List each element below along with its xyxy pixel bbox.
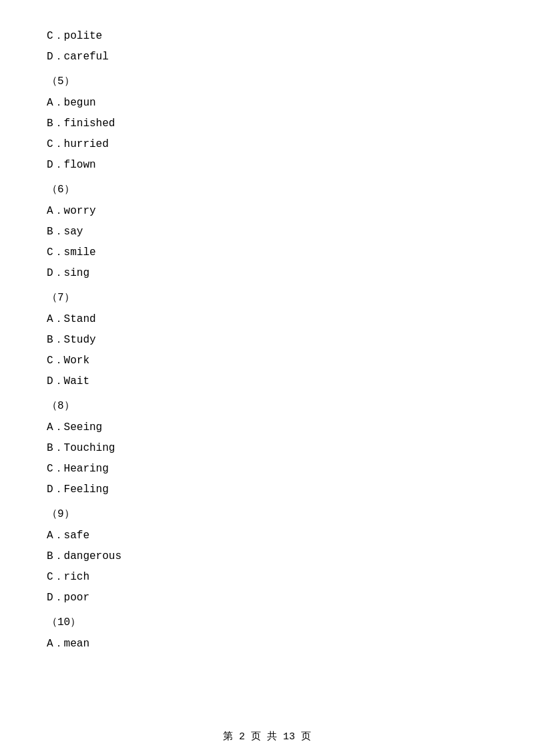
d-poor-text: D．poor	[47, 592, 89, 604]
d-flown-line: D．flown	[47, 156, 487, 175]
b-dangerous-text: B．dangerous	[47, 550, 121, 562]
a-seeing-line: A．Seeing	[47, 418, 487, 437]
label-7-line: （7）	[47, 289, 487, 308]
c-rich-text: C．rich	[47, 571, 89, 583]
a-mean-text: A．mean	[47, 638, 89, 650]
d-feeling-line: D．Feeling	[47, 480, 487, 500]
b-finished-text: B．finished	[47, 118, 115, 130]
label-10-text: （10）	[47, 616, 81, 628]
d-feeling-text: D．Feeling	[47, 484, 109, 496]
a-begun-text: A．begun	[47, 97, 96, 109]
main-content: C．polite D．careful （5） A．begun B．finishe…	[0, 0, 534, 695]
b-say-text: B．say	[47, 226, 83, 238]
c-hearing-text: C．Hearing	[47, 463, 109, 475]
d-sing-text: D．sing	[47, 267, 89, 279]
label-6-line: （6）	[47, 180, 487, 200]
d-wait-line: D．Wait	[47, 372, 487, 391]
b-finished-line: B．finished	[47, 114, 487, 134]
a-stand-text: A．Stand	[47, 313, 96, 325]
a-safe-line: A．safe	[47, 526, 487, 546]
d-careful-text: D．careful	[47, 51, 109, 63]
c-polite-text: C．polite	[47, 30, 102, 42]
a-mean-line: A．mean	[47, 634, 487, 654]
c-work-text: C．Work	[47, 355, 89, 367]
label-5-text: （5）	[47, 75, 75, 87]
b-touching-text: B．Touching	[47, 442, 115, 454]
b-touching-line: B．Touching	[47, 439, 487, 458]
b-say-line: B．say	[47, 222, 487, 242]
d-wait-text: D．Wait	[47, 375, 89, 387]
d-flown-text: D．flown	[47, 159, 96, 171]
a-worry-text: A．worry	[47, 205, 96, 217]
a-worry-line: A．worry	[47, 202, 487, 221]
c-hurried-text: C．hurried	[47, 138, 109, 150]
page-footer: 第 2 页 共 13 页	[0, 730, 534, 743]
label-8-line: （8）	[47, 397, 487, 416]
b-study-line: B．Study	[47, 331, 487, 350]
label-6-text: （6）	[47, 184, 75, 196]
a-safe-text: A．safe	[47, 530, 89, 542]
a-stand-line: A．Stand	[47, 310, 487, 329]
c-smile-text: C．smile	[47, 246, 96, 258]
label-9-line: （9）	[47, 505, 487, 524]
c-hearing-line: C．Hearing	[47, 459, 487, 479]
c-rich-line: C．rich	[47, 568, 487, 587]
b-dangerous-line: B．dangerous	[47, 547, 487, 566]
d-poor-line: D．poor	[47, 588, 487, 608]
footer-text: 第 2 页 共 13 页	[223, 731, 311, 743]
a-seeing-text: A．Seeing	[47, 421, 102, 433]
label-10-line: （10）	[47, 613, 487, 632]
d-sing-line: D．sing	[47, 264, 487, 283]
b-study-text: B．Study	[47, 334, 96, 346]
label-8-text: （8）	[47, 400, 75, 412]
c-polite-line: C．polite	[47, 27, 487, 46]
c-hurried-line: C．hurried	[47, 135, 487, 154]
label-5-line: （5）	[47, 72, 487, 91]
c-smile-line: C．smile	[47, 243, 487, 262]
label-9-text: （9）	[47, 508, 75, 520]
a-begun-line: A．begun	[47, 93, 487, 113]
c-work-line: C．Work	[47, 351, 487, 371]
label-7-text: （7）	[47, 292, 75, 304]
d-careful-line: D．careful	[47, 47, 487, 67]
